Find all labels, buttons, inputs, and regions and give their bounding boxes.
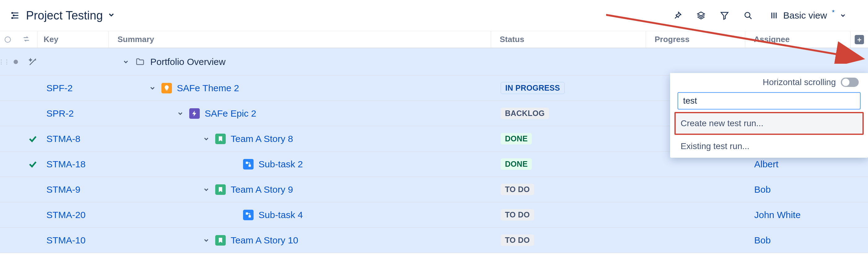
status-badge[interactable]: TO DO	[501, 184, 534, 195]
status-badge[interactable]: TO DO	[501, 209, 534, 220]
svg-point-1	[12, 12, 13, 13]
svg-point-3	[13, 15, 14, 16]
assignee-link[interactable]: John White	[746, 210, 851, 220]
filter-icon[interactable]	[720, 10, 730, 21]
issue-type-icon	[243, 159, 254, 170]
svg-point-5	[12, 18, 13, 19]
expand-toggle[interactable]	[202, 236, 210, 244]
issue-type-icon	[215, 184, 226, 195]
status-badge[interactable]: DONE	[501, 133, 532, 144]
svg-marker-6	[697, 12, 705, 16]
wand-icon[interactable]	[28, 57, 38, 67]
issue-summary[interactable]: SAFe Epic 2	[205, 108, 256, 119]
expand-toggle[interactable]	[202, 185, 210, 194]
view-label: Basic view	[783, 10, 827, 21]
issue-summary[interactable]: Team A Story 9	[231, 184, 293, 195]
header-assignee[interactable]: Assignee	[745, 35, 850, 44]
table-row[interactable]: ⋮⋮ Portfolio Overview	[0, 48, 868, 76]
issue-key-link[interactable]: STMA-20	[46, 210, 86, 220]
toolbar-actions: Basic view*	[673, 10, 846, 21]
assignee-link[interactable]: Bob	[746, 235, 851, 245]
table-header: Key Summary Status Progress Assignee ＋	[0, 31, 868, 48]
header-key[interactable]: Key	[37, 35, 108, 44]
table-row[interactable]: ⋮⋮ STMA-10 Team A Story 10 TO DO Bob	[0, 228, 868, 253]
issue-type-icon	[215, 235, 226, 245]
header-sync-col	[16, 35, 37, 44]
status-badge[interactable]: IN PROGRESS	[501, 82, 565, 94]
svg-marker-7	[721, 12, 728, 20]
structure-icon	[10, 10, 21, 21]
drag-handle-icon[interactable]: ⋮⋮	[0, 58, 8, 65]
assignee-link[interactable]: Bob	[746, 184, 851, 195]
columns-icon	[770, 11, 778, 20]
table-row[interactable]: ⋮⋮ STMA-20 Sub-task 4 TO DO John White	[0, 202, 868, 228]
add-column-popover: Horizontal scrolling Create new test run…	[670, 73, 868, 158]
issue-type-icon	[135, 57, 145, 67]
svg-rect-13	[246, 161, 248, 164]
layers-icon[interactable]	[696, 10, 706, 21]
header-progress[interactable]: Progress	[646, 35, 745, 44]
issue-key-link[interactable]: STMA-9	[46, 184, 81, 195]
search-icon[interactable]	[743, 10, 753, 21]
issue-summary[interactable]: Sub-task 4	[258, 210, 303, 220]
svg-rect-15	[246, 212, 248, 214]
horizontal-scroll-toggle[interactable]	[841, 78, 859, 87]
issue-summary[interactable]: Team A Story 10	[231, 235, 298, 245]
issue-type-icon	[243, 210, 254, 220]
issue-summary[interactable]: Sub-task 2	[258, 159, 303, 170]
issue-summary[interactable]: Team A Story 8	[231, 134, 293, 144]
svg-point-8	[745, 12, 750, 17]
view-selector[interactable]: Basic view*	[767, 10, 846, 21]
header-summary[interactable]: Summary	[109, 35, 491, 44]
column-search-input[interactable]	[678, 92, 861, 110]
issue-key-link[interactable]: STMA-18	[46, 159, 86, 169]
view-modified-indicator: *	[832, 8, 835, 17]
issue-key-link[interactable]: SPR-2	[46, 108, 73, 118]
issue-summary[interactable]: Portfolio Overview	[150, 57, 225, 67]
header-select-col	[0, 36, 16, 43]
topbar: Project Testing	[0, 0, 868, 31]
header-status[interactable]: Status	[491, 35, 646, 44]
expand-toggle[interactable]	[176, 110, 184, 118]
assignee-link[interactable]: Albert	[746, 159, 851, 170]
circle-icon	[5, 36, 11, 43]
table-row[interactable]: ⋮⋮ STMA-9 Team A Story 9 TO DO Bob	[0, 177, 868, 202]
issue-key-link[interactable]: STMA-8	[46, 134, 81, 144]
chevron-down-icon	[840, 12, 846, 19]
popover-option[interactable]: Create new test run...	[675, 112, 864, 135]
svg-rect-14	[249, 164, 251, 167]
horizontal-scroll-label: Horizontal scrolling	[763, 77, 836, 87]
issue-key-link[interactable]: STMA-10	[46, 235, 86, 245]
header-add-column[interactable]: ＋	[851, 35, 868, 44]
status-badge[interactable]: DONE	[501, 158, 532, 170]
row-done-icon	[24, 159, 42, 169]
project-title: Project Testing	[26, 9, 103, 22]
plus-icon: ＋	[855, 35, 864, 44]
issue-summary[interactable]: SAFe Theme 2	[177, 83, 239, 93]
issue-type-icon	[161, 83, 172, 93]
issue-key-link[interactable]: SPF-2	[46, 83, 73, 93]
expand-toggle[interactable]	[148, 84, 156, 92]
pin-icon[interactable]	[673, 10, 682, 21]
status-badge[interactable]: BACKLOG	[501, 108, 549, 119]
issue-type-icon	[189, 108, 200, 119]
sync-arrows-icon	[22, 35, 30, 44]
project-dropdown[interactable]	[107, 11, 115, 20]
expand-toggle[interactable]	[122, 58, 130, 66]
issue-type-icon	[215, 134, 226, 144]
svg-rect-16	[249, 215, 251, 217]
popover-option[interactable]: Existing test run...	[670, 135, 868, 158]
expand-toggle[interactable]	[202, 135, 210, 143]
row-done-icon	[24, 134, 42, 144]
row-dot-icon	[13, 60, 18, 64]
row-done-icon	[24, 57, 42, 67]
status-badge[interactable]: TO DO	[501, 234, 534, 246]
svg-line-9	[749, 17, 751, 19]
